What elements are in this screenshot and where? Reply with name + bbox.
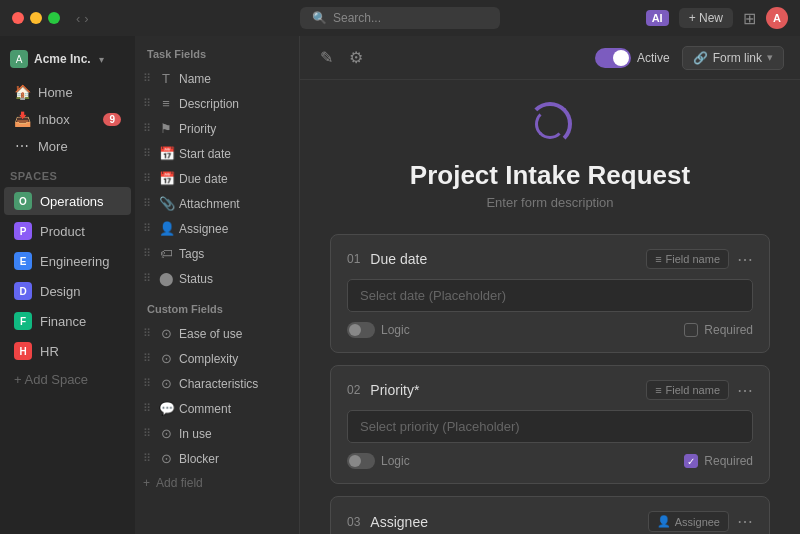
in-use-icon: ⊙ bbox=[159, 426, 173, 441]
search-icon: 🔍 bbox=[312, 11, 327, 25]
add-space[interactable]: + Add Space bbox=[4, 367, 131, 392]
spaces-header: Spaces bbox=[0, 160, 135, 186]
form-logo bbox=[526, 100, 574, 148]
ease-of-use-icon: ⊙ bbox=[159, 326, 173, 341]
drag-handle: ⠿ bbox=[143, 97, 151, 110]
in-use-label: In use bbox=[179, 427, 212, 441]
ai-badge[interactable]: AI bbox=[646, 10, 669, 26]
nav-arrows: ‹ › bbox=[76, 11, 89, 26]
field-attachment[interactable]: ⠿ 📎 Attachment bbox=[135, 191, 299, 216]
field-name-badge-label-3: Assignee bbox=[675, 516, 720, 528]
sidebar-item-engineering[interactable]: E Engineering bbox=[4, 247, 131, 275]
field-name-badge-icon-3: 👤 bbox=[657, 515, 671, 528]
form-field-card-assignee: 03 Assignee 👤 Assignee ⋯ bbox=[330, 496, 770, 534]
field-status[interactable]: ⠿ ⬤ Status bbox=[135, 266, 299, 291]
field-name-1: Due date bbox=[370, 251, 427, 267]
back-arrow[interactable]: ‹ bbox=[76, 11, 80, 26]
field-actions-2: ≡ Field name ⋯ bbox=[646, 380, 753, 400]
field-tags[interactable]: ⠿ 🏷 Tags bbox=[135, 241, 299, 266]
three-dot-1[interactable]: ⋯ bbox=[737, 250, 753, 269]
search-placeholder: Search... bbox=[333, 11, 381, 25]
sidebar-item-product[interactable]: P Product bbox=[4, 217, 131, 245]
drag-handle: ⠿ bbox=[143, 427, 151, 440]
sidebar-item-more[interactable]: ⋯ More bbox=[4, 133, 131, 159]
avatar[interactable]: A bbox=[766, 7, 788, 29]
sidebar: A Acme Inc. ▾ 🏠 Home 📥 Inbox 9 ⋯ More Sp… bbox=[0, 36, 135, 534]
forward-arrow[interactable]: › bbox=[84, 11, 88, 26]
add-field[interactable]: + Add field bbox=[135, 471, 299, 495]
add-field-label: Add field bbox=[156, 476, 203, 490]
field-comment[interactable]: ⠿ 💬 Comment bbox=[135, 396, 299, 421]
field-actions-3: 👤 Assignee ⋯ bbox=[648, 511, 753, 532]
header-left-actions: ✎ ⚙ bbox=[316, 44, 367, 71]
home-icon: 🏠 bbox=[14, 84, 30, 100]
field-name-badge-2[interactable]: ≡ Field name bbox=[646, 380, 729, 400]
toggle-thumb-sm-2 bbox=[349, 455, 361, 467]
sidebar-item-inbox[interactable]: 📥 Inbox 9 bbox=[4, 106, 131, 132]
search-bar[interactable]: 🔍 Search... bbox=[300, 7, 500, 29]
field-num-2: 02 bbox=[347, 383, 360, 397]
tags-field-icon: 🏷 bbox=[159, 246, 173, 261]
field-in-use[interactable]: ⠿ ⊙ In use bbox=[135, 421, 299, 446]
logic-toggle-off-1[interactable] bbox=[347, 322, 375, 338]
edit-button[interactable]: ✎ bbox=[316, 44, 337, 71]
settings-button[interactable]: ⚙ bbox=[345, 44, 367, 71]
inbox-badge: 9 bbox=[103, 113, 121, 126]
titlebar-right: AI + New ⊞ A bbox=[646, 7, 788, 29]
design-label: Design bbox=[40, 284, 80, 299]
required-group-2: ✓ Required bbox=[684, 454, 753, 468]
new-button[interactable]: + New bbox=[679, 8, 733, 28]
close-dot[interactable] bbox=[12, 12, 24, 24]
field-start-date[interactable]: ⠿ 📅 Start date bbox=[135, 141, 299, 166]
field-due-date[interactable]: ⠿ 📅 Due date bbox=[135, 166, 299, 191]
three-dot-2[interactable]: ⋯ bbox=[737, 381, 753, 400]
field-description[interactable]: ⠿ ≡ Description bbox=[135, 91, 299, 116]
field-input-1[interactable]: Select date (Placeholder) bbox=[347, 279, 753, 312]
logic-toggle-1[interactable]: Logic bbox=[347, 322, 410, 338]
minimize-dot[interactable] bbox=[30, 12, 42, 24]
required-group-1: Required bbox=[684, 323, 753, 337]
form-link-label: Form link bbox=[713, 51, 762, 65]
sidebar-item-hr[interactable]: H HR bbox=[4, 337, 131, 365]
field-name[interactable]: ⠿ T Name bbox=[135, 66, 299, 91]
required-checkbox-2[interactable]: ✓ bbox=[684, 454, 698, 468]
field-characteristics[interactable]: ⠿ ⊙ Characteristics bbox=[135, 371, 299, 396]
field-complexity[interactable]: ⠿ ⊙ Complexity bbox=[135, 346, 299, 371]
field-ease-of-use[interactable]: ⠿ ⊙ Ease of use bbox=[135, 321, 299, 346]
field-assignee[interactable]: ⠿ 👤 Assignee bbox=[135, 216, 299, 241]
logic-toggle-off-2[interactable] bbox=[347, 453, 375, 469]
field-name-badge-icon-1: ≡ bbox=[655, 253, 661, 265]
more-icon: ⋯ bbox=[14, 138, 30, 154]
field-name-badge-3[interactable]: 👤 Assignee bbox=[648, 511, 729, 532]
sidebar-item-design[interactable]: D Design bbox=[4, 277, 131, 305]
maximize-dot[interactable] bbox=[48, 12, 60, 24]
field-input-2[interactable]: Select priority (Placeholder) bbox=[347, 410, 753, 443]
tags-field-label: Tags bbox=[179, 247, 204, 261]
sidebar-item-finance[interactable]: F Finance bbox=[4, 307, 131, 335]
three-dot-3[interactable]: ⋯ bbox=[737, 512, 753, 531]
engineering-dot: E bbox=[14, 252, 32, 270]
characteristics-label: Characteristics bbox=[179, 377, 258, 391]
finance-dot: F bbox=[14, 312, 32, 330]
sidebar-item-operations[interactable]: O Operations bbox=[4, 187, 131, 215]
inbox-icon: 📥 bbox=[14, 111, 30, 127]
field-blocker[interactable]: ⠿ ⊙ Blocker bbox=[135, 446, 299, 471]
grid-icon[interactable]: ⊞ bbox=[743, 9, 756, 28]
logic-toggle-2[interactable]: Logic bbox=[347, 453, 410, 469]
form-link-button[interactable]: 🔗 Form link ▾ bbox=[682, 46, 784, 70]
required-label-1: Required bbox=[704, 323, 753, 337]
status-field-label: Status bbox=[179, 272, 213, 286]
sidebar-item-home[interactable]: 🏠 Home bbox=[4, 79, 131, 105]
active-toggle[interactable] bbox=[595, 48, 631, 68]
product-dot: P bbox=[14, 222, 32, 240]
field-actions-1: ≡ Field name ⋯ bbox=[646, 249, 753, 269]
custom-fields-header: Custom Fields bbox=[135, 291, 299, 321]
blocker-label: Blocker bbox=[179, 452, 219, 466]
operations-label: Operations bbox=[40, 194, 104, 209]
drag-handle: ⠿ bbox=[143, 222, 151, 235]
workspace[interactable]: A Acme Inc. ▾ bbox=[0, 44, 135, 74]
field-priority[interactable]: ⠿ ⚑ Priority bbox=[135, 116, 299, 141]
required-checkbox-1[interactable] bbox=[684, 323, 698, 337]
sidebar-nav: 🏠 Home 📥 Inbox 9 ⋯ More bbox=[0, 78, 135, 160]
field-name-badge-1[interactable]: ≡ Field name bbox=[646, 249, 729, 269]
